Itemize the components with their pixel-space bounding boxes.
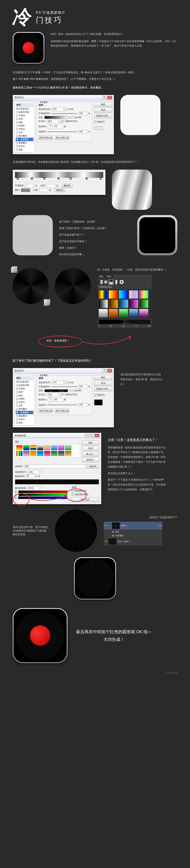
style-item[interactable]: 混合选项:默认 [15,380,34,383]
style-item[interactable]: 图案叠加 [15,414,34,418]
limit-colors-checkbox[interactable] [72,490,74,492]
ok-button[interactable]: 确定 [94,102,112,107]
close-button[interactable]: × [108,96,112,99]
preset[interactable] [109,290,118,299]
reverse-checkbox[interactable] [71,116,73,119]
style-item[interactable]: 内阴影 [15,124,34,127]
layer-row[interactable]: 👁 形状 1 副本 2 [104,537,162,546]
preset[interactable] [109,309,118,317]
style-item[interactable]: 图案叠加 [15,141,34,145]
blend-select[interactable]: 正常 [52,107,65,111]
preset[interactable] [119,309,128,317]
help-button[interactable]: ? [102,96,107,99]
preset[interactable] [23,445,30,450]
color-select[interactable] [21,188,30,192]
preset[interactable] [16,445,23,450]
style-item[interactable]: 颜色叠加 [15,407,34,411]
gradient-strip[interactable] [15,172,103,178]
cancel-button[interactable]: 取消 [82,446,99,451]
preset[interactable] [37,445,43,450]
grad-diamond-icon[interactable] [119,280,124,284]
cancel-button[interactable]: 取消 [94,108,112,113]
preset[interactable] [44,451,50,456]
style-select-radial[interactable]: 径向 [47,393,60,396]
preset[interactable] [119,290,128,299]
preset[interactable] [139,300,148,308]
preset[interactable] [99,300,108,308]
preset[interactable] [109,300,118,308]
scale-input[interactable]: 100 [78,130,87,133]
visibility-icon[interactable]: 👁 [105,524,108,527]
preset[interactable] [129,300,138,308]
tab-gradient[interactable]: 渐变 [105,274,113,279]
preset[interactable] [51,445,58,450]
gradient-bar[interactable] [44,116,68,119]
preset[interactable] [44,445,50,450]
delete-stop-button[interactable]: 删除(D) [62,184,73,188]
style-item[interactable]: 光泽 [15,131,34,134]
style-item[interactable]: 等高线 [15,114,34,117]
preview-checkbox[interactable] [94,121,97,123]
close-button[interactable]: × [108,369,112,372]
style-item[interactable]: 描边 [15,394,34,397]
load-button[interactable]: 载入(L)... [82,452,99,457]
position-input[interactable] [46,184,55,188]
style-item[interactable]: 斜面和浮雕 [15,111,34,114]
preset[interactable] [30,445,37,450]
blend-select[interactable]: 正常 [52,381,65,384]
delete-stop-button-2[interactable]: 删除(D) [54,188,66,192]
grad-linear-icon[interactable] [98,280,103,284]
style-item[interactable]: 内阴影 [15,397,34,401]
new-style-button[interactable]: 新建样式(W)... [94,386,112,391]
opacity-select[interactable] [25,184,34,188]
style-item[interactable]: 内发光 [15,401,34,404]
grad-radial-icon[interactable] [104,280,108,284]
roughness-input[interactable]: 62 [26,474,35,478]
grad-angular-icon[interactable] [109,280,113,284]
preset[interactable] [129,309,138,317]
gradient-bar-2[interactable] [44,389,68,392]
preset[interactable] [58,445,64,450]
preset[interactable] [23,451,30,456]
preset[interactable] [30,451,37,456]
style-item[interactable]: 描边 [15,121,34,124]
style-item[interactable]: 纹理 [15,391,34,394]
preset[interactable] [37,451,43,456]
style-item[interactable]: 纹理 [15,117,34,121]
style-item[interactable]: 等高线 [15,387,34,391]
preset[interactable] [51,451,58,456]
set-default-button[interactable]: 设置为默认值 [39,135,53,140]
style-select[interactable]: 线性 [47,120,60,123]
style-item[interactable]: 投影 [15,421,34,425]
style-item-selected[interactable]: 渐变叠加 [15,137,34,141]
r-slider[interactable] [18,491,67,493]
help-button[interactable]: ? [102,369,107,372]
g-slider[interactable] [18,494,67,496]
visibility-icon[interactable]: 👁 [105,540,108,542]
style-item-selected[interactable]: 渐变叠加 [15,411,34,414]
preset[interactable] [99,290,108,299]
style-item[interactable]: 外发光 [15,145,34,148]
new-button[interactable]: 新建(W) [87,464,99,468]
tab-swatches[interactable]: 色板 [97,274,105,279]
add-transparency-checkbox[interactable] [72,494,74,496]
type-select[interactable]: 杂色 [28,470,41,474]
preset[interactable] [16,451,23,456]
angle-input[interactable]: 90 [54,125,63,128]
style-item[interactable]: 斜面和浮雕 [15,383,34,387]
position-input-2[interactable] [39,188,48,192]
gradient-edit-bar[interactable] [99,319,151,324]
preset[interactable] [99,309,108,317]
style-item[interactable]: 内发光 [15,127,34,131]
grad-reflected-icon[interactable] [114,280,119,284]
ok-button[interactable]: 确定 [94,375,112,380]
layer-fx-item[interactable]: ◉渐变叠加 [104,534,162,537]
preset[interactable] [65,451,71,456]
model-select[interactable]: RGB [28,486,41,490]
style-item[interactable]: 混合选项:默认 [15,107,34,111]
style-item[interactable]: 颜色叠加 [15,134,34,137]
preset[interactable] [139,309,148,317]
preset[interactable] [58,451,64,456]
name-input[interactable] [24,465,86,468]
reset-default-button[interactable]: 复位为默认值 [55,135,70,140]
